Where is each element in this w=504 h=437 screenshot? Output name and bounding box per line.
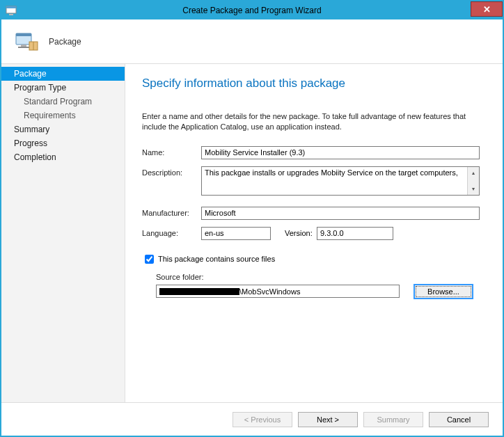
instruction-text: Enter a name and other details for the n… bbox=[142, 111, 485, 132]
cancel-button[interactable]: Cancel bbox=[429, 412, 489, 427]
name-input[interactable] bbox=[201, 146, 480, 159]
svg-rect-1 bbox=[6, 6, 16, 8]
sidebar-item-progress[interactable]: Progress bbox=[1, 136, 125, 150]
version-input[interactable] bbox=[317, 227, 393, 240]
language-input[interactable] bbox=[201, 227, 271, 240]
label-name: Name: bbox=[142, 146, 201, 157]
wizard-footer: < Previous Next > Summary Cancel bbox=[1, 402, 503, 436]
source-folder-suffix: \MobSvcWindows bbox=[239, 287, 300, 296]
sidebar-item-package[interactable]: Package bbox=[1, 67, 125, 81]
label-description: Description: bbox=[142, 166, 201, 177]
close-icon: ✕ bbox=[483, 4, 491, 15]
page-title: Package bbox=[49, 37, 81, 47]
svg-rect-2 bbox=[9, 14, 13, 15]
sidebar-item-completion[interactable]: Completion bbox=[1, 150, 125, 164]
description-input[interactable] bbox=[202, 167, 467, 195]
label-manufacturer: Manufacturer: bbox=[142, 207, 201, 217]
content-title: Specify information about this package bbox=[142, 77, 485, 90]
sidebar-item-standard-program[interactable]: Standard Program bbox=[1, 95, 125, 109]
window-title: Create Package and Program Wizard bbox=[182, 6, 321, 15]
wizard-sidebar: Package Program Type Standard Program Re… bbox=[1, 64, 125, 402]
source-folder-row: \MobSvcWindows Browse... bbox=[156, 284, 485, 299]
svg-rect-4 bbox=[16, 33, 31, 36]
titlebar: Create Package and Program Wizard ✕ bbox=[1, 1, 503, 19]
svg-rect-6 bbox=[18, 47, 29, 48]
close-button[interactable]: ✕ bbox=[471, 1, 503, 17]
summary-button: Summary bbox=[363, 412, 423, 427]
field-row-language-version: Language: Version: bbox=[142, 227, 485, 240]
manufacturer-input[interactable] bbox=[201, 207, 480, 220]
field-row-name: Name: bbox=[142, 146, 485, 159]
wizard-body: Package Program Type Standard Program Re… bbox=[1, 64, 503, 402]
next-button[interactable]: Next > bbox=[298, 412, 358, 427]
browse-button[interactable]: Browse... bbox=[414, 284, 473, 299]
source-folder-redacted bbox=[159, 288, 239, 295]
label-source-folder: Source folder: bbox=[156, 273, 485, 281]
scroll-down-icon[interactable]: ▾ bbox=[468, 183, 479, 195]
wizard-header: Package bbox=[1, 19, 503, 64]
sidebar-item-program-type[interactable]: Program Type bbox=[1, 81, 125, 95]
source-files-checkbox-label: This package contains source files bbox=[158, 255, 275, 263]
sidebar-item-summary[interactable]: Summary bbox=[1, 122, 125, 136]
source-folder-group: Source folder: \MobSvcWindows Browse... bbox=[156, 273, 485, 299]
label-version: Version: bbox=[271, 227, 304, 237]
app-icon bbox=[6, 5, 17, 16]
wizard-window: Create Package and Program Wizard ✕ Pack… bbox=[0, 0, 504, 437]
wizard-content: Specify information about this package E… bbox=[125, 64, 503, 402]
source-files-checkbox-row: This package contains source files bbox=[142, 253, 485, 266]
label-language: Language: bbox=[142, 227, 201, 237]
sidebar-item-requirements[interactable]: Requirements bbox=[1, 109, 125, 122]
package-icon bbox=[14, 29, 39, 54]
source-folder-input[interactable]: \MobSvcWindows bbox=[156, 285, 400, 298]
svg-rect-5 bbox=[21, 45, 26, 47]
source-files-checkbox[interactable] bbox=[145, 255, 154, 264]
scroll-up-icon[interactable]: ▴ bbox=[468, 167, 479, 179]
field-row-description: Description: ▴ ▾ bbox=[142, 166, 485, 196]
field-row-manufacturer: Manufacturer: bbox=[142, 207, 485, 220]
previous-button: < Previous bbox=[233, 412, 292, 427]
description-scrollbar[interactable]: ▴ ▾ bbox=[467, 167, 479, 195]
description-wrap: ▴ ▾ bbox=[201, 166, 480, 196]
